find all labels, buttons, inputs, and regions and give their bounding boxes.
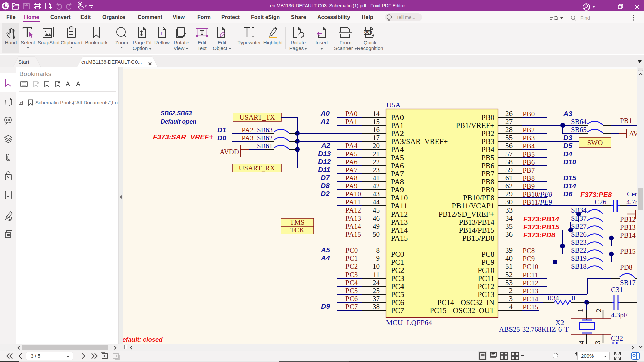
svg-text:AVDD: AVDD <box>220 148 239 156</box>
svg-text:PA0: PA0 <box>391 113 404 122</box>
svg-text:38: 38 <box>373 303 380 311</box>
svg-text:PB3: PB3 <box>481 137 494 146</box>
svg-text:8: 8 <box>376 246 380 254</box>
svg-text:PB8: PB8 <box>481 178 494 186</box>
svg-text:42: 42 <box>373 182 380 190</box>
svg-text:PA7: PA7 <box>391 170 404 178</box>
svg-text:15: 15 <box>373 118 380 126</box>
svg-text:51: 51 <box>505 262 513 270</box>
svg-text:D0: D0 <box>217 134 226 142</box>
svg-text:PA10: PA10 <box>345 190 361 198</box>
svg-text:SB34: SB34 <box>571 206 587 214</box>
svg-text:53: 53 <box>505 279 513 287</box>
svg-text:PC12: PC12 <box>478 282 494 291</box>
svg-text:PA14: PA14 <box>345 222 361 230</box>
svg-text:PC8: PC8 <box>481 250 494 258</box>
svg-text:37: 37 <box>373 295 380 303</box>
svg-text:PA7: PA7 <box>345 166 357 174</box>
svg-text:USART_TX: USART_TX <box>239 113 275 121</box>
svg-text:52: 52 <box>505 270 513 279</box>
svg-text:29: 29 <box>505 190 513 198</box>
svg-text:PB1/VREF+: PB1/VREF+ <box>456 121 494 130</box>
svg-text:PB11/PE9: PB11/PE9 <box>523 198 552 206</box>
svg-text:TCK: TCK <box>290 226 304 234</box>
svg-text:PC3: PC3 <box>391 274 404 283</box>
svg-text:PB8: PB8 <box>523 174 535 182</box>
svg-text:55: 55 <box>505 134 513 142</box>
svg-text:PB10/PE8: PB10/PE8 <box>463 194 494 202</box>
svg-text:PA1: PA1 <box>345 118 357 126</box>
svg-text:D9: D9 <box>321 302 330 310</box>
svg-text:PA13: PA13 <box>345 214 361 222</box>
svg-text:D12: D12 <box>318 158 331 165</box>
svg-text:4: 4 <box>577 341 585 344</box>
svg-text:PB12/SD_VREF+: PB12/SD_VREF+ <box>439 210 495 218</box>
svg-text:SB61: SB61 <box>257 142 273 150</box>
svg-text:D8: D8 <box>321 182 330 189</box>
svg-text:PB14: PB14 <box>620 231 636 239</box>
svg-text:PC10: PC10 <box>478 266 494 275</box>
svg-text:PC6: PC6 <box>391 298 404 307</box>
svg-text:PA11: PA11 <box>345 198 361 206</box>
svg-text:SB23: SB23 <box>571 238 587 246</box>
svg-text:PC15 - OSC32_OUT: PC15 - OSC32_OUT <box>430 306 494 315</box>
svg-text:PB6: PB6 <box>523 158 535 166</box>
svg-text:D1: D1 <box>217 126 226 134</box>
svg-text:PB9: PB9 <box>481 186 494 194</box>
svg-text:62: 62 <box>505 182 513 190</box>
svg-text:USART_RX: USART_RX <box>239 164 275 172</box>
svg-text:PB13: PB13 <box>620 223 636 231</box>
svg-text:F373:PB14: F373:PB14 <box>523 215 559 223</box>
svg-text:ABS25-32.768KHZ-6-T: ABS25-32.768KHZ-6-T <box>499 325 569 334</box>
svg-text:50: 50 <box>373 230 380 238</box>
svg-text:PA12: PA12 <box>345 206 361 214</box>
svg-text:PC12: PC12 <box>523 279 538 287</box>
svg-text:40: 40 <box>505 254 513 262</box>
svg-text:PC7: PC7 <box>391 306 404 315</box>
svg-text:D6: D6 <box>563 190 572 198</box>
svg-text:2: 2 <box>509 287 513 295</box>
svg-text:SB27: SB27 <box>571 222 587 230</box>
svg-text:D2: D2 <box>321 190 330 197</box>
svg-text:A5: A5 <box>321 246 330 254</box>
svg-text:61: 61 <box>505 174 513 182</box>
svg-text:0: 0 <box>572 294 575 302</box>
svg-text:D11: D11 <box>318 166 330 173</box>
svg-text:Default: closed: Default: closed <box>118 336 163 343</box>
svg-text:SB18: SB18 <box>571 262 587 270</box>
svg-text:PC9: PC9 <box>481 258 494 266</box>
svg-text:39: 39 <box>505 246 513 254</box>
svg-text:9: 9 <box>376 254 380 262</box>
svg-text:PC0: PC0 <box>391 250 404 258</box>
svg-text:PC13: PC13 <box>478 290 494 299</box>
svg-text:2: 2 <box>595 309 603 312</box>
svg-text:PA2: PA2 <box>391 129 404 138</box>
svg-text:34: 34 <box>505 214 513 222</box>
svg-text:PA1: PA1 <box>391 121 404 130</box>
svg-text:PC1: PC1 <box>391 258 404 266</box>
svg-text:PA3: PA3 <box>241 134 253 142</box>
svg-text:D13: D13 <box>318 149 331 157</box>
svg-text:PA14: PA14 <box>391 226 408 234</box>
svg-text:PC5: PC5 <box>391 290 404 299</box>
svg-text:D10: D10 <box>563 158 576 166</box>
svg-text:PC0: PC0 <box>345 246 358 254</box>
svg-text:17: 17 <box>373 134 380 142</box>
svg-text:PC6: PC6 <box>345 295 358 303</box>
svg-text:A0: A0 <box>320 109 330 117</box>
svg-text:F373:PD8: F373:PD8 <box>523 231 555 239</box>
svg-text:SB22: SB22 <box>571 246 587 254</box>
svg-text:PB6: PB6 <box>481 162 494 170</box>
svg-text:PA11: PA11 <box>391 202 407 210</box>
svg-text:PB2: PB2 <box>523 126 535 134</box>
svg-text:PA10: PA10 <box>391 194 408 202</box>
svg-text:36: 36 <box>505 230 513 238</box>
svg-text:PC10: PC10 <box>523 263 538 271</box>
svg-text:D3: D3 <box>563 134 572 141</box>
svg-text:SB63: SB63 <box>257 126 273 134</box>
svg-text:X2: X2 <box>555 319 564 327</box>
svg-text:A4: A4 <box>321 254 330 262</box>
svg-text:PA15: PA15 <box>391 234 408 242</box>
svg-text:A2: A2 <box>321 141 330 149</box>
svg-text:PB13/PB14: PB13/PB14 <box>459 218 494 226</box>
